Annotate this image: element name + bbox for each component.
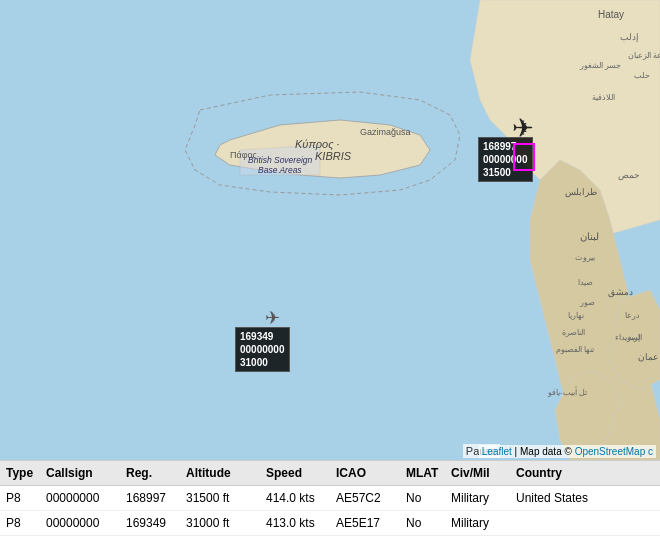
- svg-text:تل أبيب-يافو: تل أبيب-يافو: [547, 386, 587, 397]
- th-country: Country: [510, 464, 610, 482]
- svg-text:حلب: حلب: [634, 71, 650, 80]
- svg-text:تنها الفصبوم: تنها الفصبوم: [556, 345, 594, 354]
- aircraft-label-2: 169349 00000000 31000: [235, 327, 290, 372]
- svg-text:لبنان: لبنان: [580, 231, 599, 242]
- svg-text:بيروت: بيروت: [575, 253, 595, 262]
- svg-text:مرعة الزعبان: مرعة الزعبان: [628, 51, 660, 60]
- svg-text:Hatay: Hatay: [598, 9, 624, 20]
- td-icao-1: AE5E17: [330, 514, 400, 532]
- table-area: Type Callsign Reg. Altitude Speed ICAO M…: [0, 460, 660, 536]
- table-rows: P8 00000000 168997 31500 ft 414.0 kts AE…: [0, 486, 660, 536]
- th-type: Type: [0, 464, 40, 482]
- aircraft-icon-2[interactable]: ✈: [265, 307, 280, 329]
- svg-text:Gazimağusa: Gazimağusa: [360, 127, 411, 137]
- aircraft-selected-box: [513, 143, 535, 171]
- th-altitude: Altitude: [180, 464, 260, 482]
- svg-text:عمان: عمان: [638, 352, 658, 362]
- td-civmil-1: Military: [445, 514, 510, 532]
- svg-text:صور: صور: [579, 298, 595, 307]
- td-speed-0: 414.0 kts: [260, 489, 330, 507]
- td-icao-0: AE57C2: [330, 489, 400, 507]
- map-svg: Hatay إدلب جسر الشغور اللاذقية Kύπρος · …: [0, 0, 660, 460]
- td-reg-1: 169349: [120, 514, 180, 532]
- td-mlat-0: No: [400, 489, 445, 507]
- svg-text:إدلب: إدلب: [620, 32, 639, 43]
- td-callsign-0: 00000000: [40, 489, 120, 507]
- svg-text:صيدا: صيدا: [578, 278, 593, 287]
- svg-text:Base Areas: Base Areas: [258, 165, 302, 175]
- td-altitude-1: 31000 ft: [180, 514, 260, 532]
- svg-text:نهاريا: نهاريا: [568, 311, 584, 320]
- svg-text:إربد: إربد: [628, 333, 640, 342]
- svg-text:KIBRIS: KIBRIS: [315, 150, 352, 162]
- leaflet-link[interactable]: Leaflet: [482, 446, 512, 457]
- td-type-0: P8: [0, 489, 40, 507]
- th-callsign: Callsign: [40, 464, 120, 482]
- svg-text:حمص: حمص: [618, 170, 640, 181]
- svg-text:جسر الشغور: جسر الشغور: [579, 61, 621, 70]
- td-civmil-0: Military: [445, 489, 510, 507]
- td-country-0: United States: [510, 489, 610, 507]
- table-row[interactable]: P8 00000000 169349 31000 ft 413.0 kts AE…: [0, 511, 660, 536]
- td-mlat-1: No: [400, 514, 445, 532]
- th-icao: ICAO: [330, 464, 400, 482]
- th-speed: Speed: [260, 464, 330, 482]
- table-row[interactable]: P8 00000000 168997 31500 ft 414.0 kts AE…: [0, 486, 660, 511]
- svg-text:طرابلس: طرابلس: [565, 187, 597, 198]
- td-country-1: [510, 514, 610, 532]
- svg-text:درعا: درعا: [625, 311, 640, 320]
- osm-link[interactable]: OpenStreetMap c: [575, 446, 653, 457]
- th-mlat: MLAT: [400, 464, 445, 482]
- td-speed-1: 413.0 kts: [260, 514, 330, 532]
- svg-text:دمشق: دمشق: [608, 287, 633, 298]
- svg-text:الناصرة: الناصرة: [562, 328, 585, 337]
- th-reg: Reg.: [120, 464, 180, 482]
- map-container[interactable]: Hatay إدلب جسر الشغور اللاذقية Kύπρος · …: [0, 0, 660, 460]
- svg-text:British Sovereign: British Sovereign: [248, 155, 313, 165]
- svg-text:اللاذقية: اللاذقية: [592, 93, 615, 102]
- td-reg-0: 168997: [120, 489, 180, 507]
- table-header: Type Callsign Reg. Altitude Speed ICAO M…: [0, 461, 660, 486]
- map-attribution: Leaflet | Map data © OpenStreetMap c: [479, 445, 656, 458]
- td-callsign-1: 00000000: [40, 514, 120, 532]
- td-type-1: P8: [0, 514, 40, 532]
- th-civmil: Civ/Mil: [445, 464, 510, 482]
- td-altitude-0: 31500 ft: [180, 489, 260, 507]
